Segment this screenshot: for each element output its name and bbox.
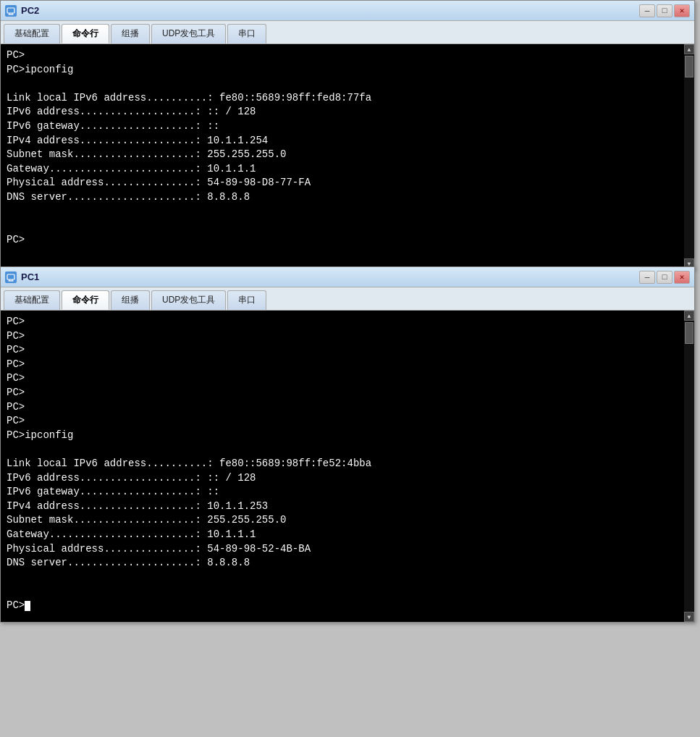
pc2-tab-udp-tool[interactable]: UDP发包工具 bbox=[151, 24, 226, 43]
pc2-window: PC2 — □ ✕ 基础配置 命令行 组播 UDP发包工具 串口 PC> PC>… bbox=[0, 0, 695, 269]
pc1-icon bbox=[5, 271, 17, 283]
pc1-terminal-wrapper: PC> PC> PC> PC> PC> PC> PC> PC> PC>ipcon… bbox=[1, 311, 694, 622]
pc1-minimize-button[interactable]: — bbox=[639, 271, 655, 284]
pc1-tab-multicast[interactable]: 组播 bbox=[111, 290, 150, 310]
pc2-scroll-up[interactable]: ▲ bbox=[684, 44, 694, 54]
pc2-scroll-thumb[interactable] bbox=[685, 56, 693, 77]
pc1-window: PC1 — □ ✕ 基础配置 命令行 组播 UDP发包工具 串口 PC> PC>… bbox=[0, 266, 695, 623]
desktop: PC2 — □ ✕ 基础配置 命令行 组播 UDP发包工具 串口 PC> PC>… bbox=[0, 0, 700, 737]
pc2-tab-command-line[interactable]: 命令行 bbox=[62, 24, 109, 43]
pc2-terminal-content: PC> PC>ipconfig Link local IPv6 address.… bbox=[7, 49, 678, 247]
pc2-tab-serial[interactable]: 串口 bbox=[227, 24, 266, 43]
pc1-scroll-down[interactable]: ▼ bbox=[684, 612, 694, 622]
svg-rect-0 bbox=[7, 8, 14, 13]
pc2-terminal-wrapper: PC> PC>ipconfig Link local IPv6 address.… bbox=[1, 44, 694, 269]
pc2-title-bar: PC2 — □ ✕ bbox=[1, 1, 694, 21]
pc1-scroll-up[interactable]: ▲ bbox=[684, 311, 694, 321]
pc2-scroll-track bbox=[684, 54, 694, 258]
svg-rect-4 bbox=[7, 274, 14, 279]
pc2-maximize-button[interactable]: □ bbox=[657, 4, 672, 17]
pc1-maximize-button[interactable]: □ bbox=[657, 271, 672, 284]
pc1-tab-command-line[interactable]: 命令行 bbox=[62, 290, 109, 310]
pc2-terminal[interactable]: PC> PC>ipconfig Link local IPv6 address.… bbox=[1, 44, 684, 269]
pc1-title-buttons: — □ ✕ bbox=[639, 271, 690, 284]
pc1-title-bar: PC1 — □ ✕ bbox=[1, 267, 694, 287]
pc2-tab-multicast[interactable]: 组播 bbox=[111, 24, 150, 43]
pc2-minimize-button[interactable]: — bbox=[639, 4, 655, 17]
pc2-icon bbox=[5, 5, 17, 17]
pc1-close-button[interactable]: ✕ bbox=[674, 271, 690, 284]
pc1-scroll-thumb[interactable] bbox=[685, 322, 693, 344]
pc1-title-left: PC1 bbox=[5, 271, 39, 283]
pc2-close-button[interactable]: ✕ bbox=[674, 4, 690, 17]
pc1-title-text: PC1 bbox=[21, 271, 39, 282]
pc1-terminal-content: PC> PC> PC> PC> PC> PC> PC> PC> PC>ipcon… bbox=[7, 315, 678, 612]
pc2-tab-basic-config[interactable]: 基础配置 bbox=[4, 24, 60, 43]
pc2-title-left: PC2 bbox=[5, 5, 39, 17]
pc1-tabs: 基础配置 命令行 组播 UDP发包工具 串口 bbox=[1, 287, 694, 311]
pc1-terminal[interactable]: PC> PC> PC> PC> PC> PC> PC> PC> PC>ipcon… bbox=[1, 311, 684, 622]
pc2-tabs: 基础配置 命令行 组播 UDP发包工具 串口 bbox=[1, 21, 694, 44]
pc1-scroll-track bbox=[684, 321, 694, 612]
pc1-scrollbar[interactable]: ▲ ▼ bbox=[684, 311, 694, 622]
pc2-scrollbar[interactable]: ▲ ▼ bbox=[684, 44, 694, 269]
pc1-tab-basic-config[interactable]: 基础配置 bbox=[4, 290, 60, 310]
pc2-title-buttons: — □ ✕ bbox=[639, 4, 690, 17]
pc1-tab-udp-tool[interactable]: UDP发包工具 bbox=[151, 290, 226, 310]
pc1-cursor bbox=[25, 601, 30, 611]
pc2-title-text: PC2 bbox=[21, 5, 39, 16]
pc1-tab-serial[interactable]: 串口 bbox=[227, 290, 266, 310]
